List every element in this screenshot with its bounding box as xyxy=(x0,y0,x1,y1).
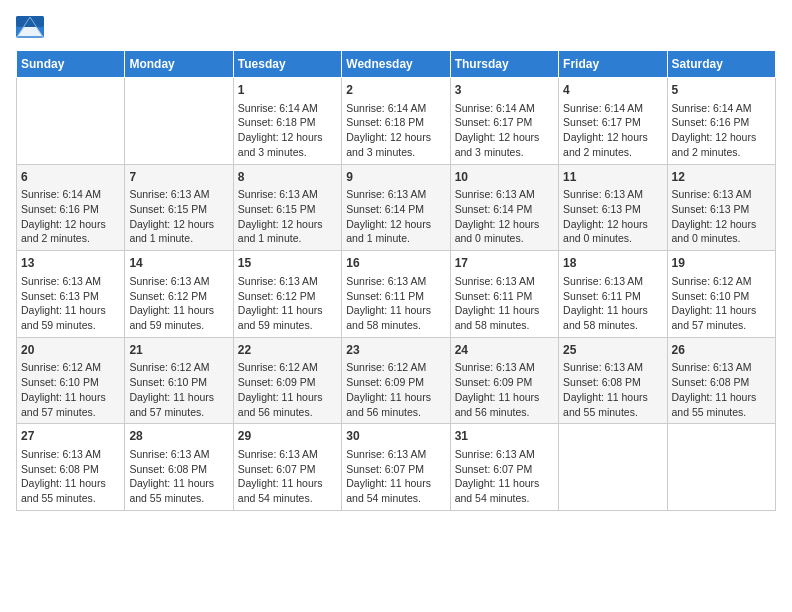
cell-content: Sunrise: 6:13 AM Sunset: 6:08 PM Dayligh… xyxy=(672,360,771,419)
cell-content: Sunrise: 6:13 AM Sunset: 6:15 PM Dayligh… xyxy=(238,187,337,246)
calendar-cell: 11Sunrise: 6:13 AM Sunset: 6:13 PM Dayli… xyxy=(559,164,667,251)
day-number: 2 xyxy=(346,82,445,99)
day-header-sunday: Sunday xyxy=(17,51,125,78)
calendar-cell: 16Sunrise: 6:13 AM Sunset: 6:11 PM Dayli… xyxy=(342,251,450,338)
calendar-cell: 26Sunrise: 6:13 AM Sunset: 6:08 PM Dayli… xyxy=(667,337,775,424)
calendar-cell: 6Sunrise: 6:14 AM Sunset: 6:16 PM Daylig… xyxy=(17,164,125,251)
calendar-cell: 4Sunrise: 6:14 AM Sunset: 6:17 PM Daylig… xyxy=(559,78,667,165)
day-number: 19 xyxy=(672,255,771,272)
day-number: 31 xyxy=(455,428,554,445)
cell-content: Sunrise: 6:12 AM Sunset: 6:09 PM Dayligh… xyxy=(346,360,445,419)
cell-content: Sunrise: 6:13 AM Sunset: 6:08 PM Dayligh… xyxy=(129,447,228,506)
day-header-saturday: Saturday xyxy=(667,51,775,78)
svg-rect-2 xyxy=(16,16,44,27)
calendar-body: 1Sunrise: 6:14 AM Sunset: 6:18 PM Daylig… xyxy=(17,78,776,511)
calendar-header: SundayMondayTuesdayWednesdayThursdayFrid… xyxy=(17,51,776,78)
calendar-cell: 2Sunrise: 6:14 AM Sunset: 6:18 PM Daylig… xyxy=(342,78,450,165)
cell-content: Sunrise: 6:13 AM Sunset: 6:11 PM Dayligh… xyxy=(455,274,554,333)
cell-content: Sunrise: 6:13 AM Sunset: 6:11 PM Dayligh… xyxy=(563,274,662,333)
day-number: 20 xyxy=(21,342,120,359)
cell-content: Sunrise: 6:14 AM Sunset: 6:17 PM Dayligh… xyxy=(563,101,662,160)
cell-content: Sunrise: 6:13 AM Sunset: 6:07 PM Dayligh… xyxy=(238,447,337,506)
calendar-cell: 25Sunrise: 6:13 AM Sunset: 6:08 PM Dayli… xyxy=(559,337,667,424)
calendar-cell: 29Sunrise: 6:13 AM Sunset: 6:07 PM Dayli… xyxy=(233,424,341,511)
cell-content: Sunrise: 6:13 AM Sunset: 6:13 PM Dayligh… xyxy=(21,274,120,333)
calendar-week-3: 13Sunrise: 6:13 AM Sunset: 6:13 PM Dayli… xyxy=(17,251,776,338)
day-header-tuesday: Tuesday xyxy=(233,51,341,78)
calendar-cell: 5Sunrise: 6:14 AM Sunset: 6:16 PM Daylig… xyxy=(667,78,775,165)
calendar-week-2: 6Sunrise: 6:14 AM Sunset: 6:16 PM Daylig… xyxy=(17,164,776,251)
logo-icon xyxy=(16,16,44,38)
day-number: 9 xyxy=(346,169,445,186)
calendar-cell: 8Sunrise: 6:13 AM Sunset: 6:15 PM Daylig… xyxy=(233,164,341,251)
header-row: SundayMondayTuesdayWednesdayThursdayFrid… xyxy=(17,51,776,78)
cell-content: Sunrise: 6:13 AM Sunset: 6:12 PM Dayligh… xyxy=(129,274,228,333)
calendar-cell: 17Sunrise: 6:13 AM Sunset: 6:11 PM Dayli… xyxy=(450,251,558,338)
calendar-cell: 27Sunrise: 6:13 AM Sunset: 6:08 PM Dayli… xyxy=(17,424,125,511)
cell-content: Sunrise: 6:12 AM Sunset: 6:10 PM Dayligh… xyxy=(21,360,120,419)
calendar-week-5: 27Sunrise: 6:13 AM Sunset: 6:08 PM Dayli… xyxy=(17,424,776,511)
day-number: 11 xyxy=(563,169,662,186)
calendar-cell: 30Sunrise: 6:13 AM Sunset: 6:07 PM Dayli… xyxy=(342,424,450,511)
day-number: 27 xyxy=(21,428,120,445)
cell-content: Sunrise: 6:13 AM Sunset: 6:07 PM Dayligh… xyxy=(455,447,554,506)
day-header-thursday: Thursday xyxy=(450,51,558,78)
cell-content: Sunrise: 6:14 AM Sunset: 6:16 PM Dayligh… xyxy=(21,187,120,246)
day-number: 8 xyxy=(238,169,337,186)
page-header xyxy=(16,16,776,38)
calendar-cell: 1Sunrise: 6:14 AM Sunset: 6:18 PM Daylig… xyxy=(233,78,341,165)
day-number: 1 xyxy=(238,82,337,99)
day-number: 5 xyxy=(672,82,771,99)
cell-content: Sunrise: 6:14 AM Sunset: 6:17 PM Dayligh… xyxy=(455,101,554,160)
day-number: 29 xyxy=(238,428,337,445)
day-number: 12 xyxy=(672,169,771,186)
cell-content: Sunrise: 6:14 AM Sunset: 6:18 PM Dayligh… xyxy=(238,101,337,160)
calendar-cell: 9Sunrise: 6:13 AM Sunset: 6:14 PM Daylig… xyxy=(342,164,450,251)
day-number: 30 xyxy=(346,428,445,445)
day-number: 24 xyxy=(455,342,554,359)
day-number: 21 xyxy=(129,342,228,359)
cell-content: Sunrise: 6:13 AM Sunset: 6:07 PM Dayligh… xyxy=(346,447,445,506)
calendar-cell: 3Sunrise: 6:14 AM Sunset: 6:17 PM Daylig… xyxy=(450,78,558,165)
calendar-cell: 13Sunrise: 6:13 AM Sunset: 6:13 PM Dayli… xyxy=(17,251,125,338)
cell-content: Sunrise: 6:13 AM Sunset: 6:15 PM Dayligh… xyxy=(129,187,228,246)
day-number: 10 xyxy=(455,169,554,186)
cell-content: Sunrise: 6:13 AM Sunset: 6:08 PM Dayligh… xyxy=(21,447,120,506)
calendar-week-4: 20Sunrise: 6:12 AM Sunset: 6:10 PM Dayli… xyxy=(17,337,776,424)
day-number: 7 xyxy=(129,169,228,186)
day-header-monday: Monday xyxy=(125,51,233,78)
day-number: 22 xyxy=(238,342,337,359)
day-number: 23 xyxy=(346,342,445,359)
cell-content: Sunrise: 6:13 AM Sunset: 6:12 PM Dayligh… xyxy=(238,274,337,333)
day-header-wednesday: Wednesday xyxy=(342,51,450,78)
cell-content: Sunrise: 6:13 AM Sunset: 6:13 PM Dayligh… xyxy=(563,187,662,246)
calendar-cell: 10Sunrise: 6:13 AM Sunset: 6:14 PM Dayli… xyxy=(450,164,558,251)
cell-content: Sunrise: 6:13 AM Sunset: 6:14 PM Dayligh… xyxy=(346,187,445,246)
calendar-cell: 31Sunrise: 6:13 AM Sunset: 6:07 PM Dayli… xyxy=(450,424,558,511)
calendar-week-1: 1Sunrise: 6:14 AM Sunset: 6:18 PM Daylig… xyxy=(17,78,776,165)
calendar-cell xyxy=(667,424,775,511)
calendar-cell: 15Sunrise: 6:13 AM Sunset: 6:12 PM Dayli… xyxy=(233,251,341,338)
calendar-cell: 20Sunrise: 6:12 AM Sunset: 6:10 PM Dayli… xyxy=(17,337,125,424)
day-number: 18 xyxy=(563,255,662,272)
cell-content: Sunrise: 6:13 AM Sunset: 6:08 PM Dayligh… xyxy=(563,360,662,419)
day-header-friday: Friday xyxy=(559,51,667,78)
day-number: 14 xyxy=(129,255,228,272)
calendar-cell xyxy=(125,78,233,165)
calendar-cell: 21Sunrise: 6:12 AM Sunset: 6:10 PM Dayli… xyxy=(125,337,233,424)
day-number: 16 xyxy=(346,255,445,272)
cell-content: Sunrise: 6:13 AM Sunset: 6:09 PM Dayligh… xyxy=(455,360,554,419)
calendar-cell: 23Sunrise: 6:12 AM Sunset: 6:09 PM Dayli… xyxy=(342,337,450,424)
day-number: 25 xyxy=(563,342,662,359)
day-number: 28 xyxy=(129,428,228,445)
calendar-cell xyxy=(559,424,667,511)
day-number: 3 xyxy=(455,82,554,99)
cell-content: Sunrise: 6:13 AM Sunset: 6:13 PM Dayligh… xyxy=(672,187,771,246)
calendar-cell: 14Sunrise: 6:13 AM Sunset: 6:12 PM Dayli… xyxy=(125,251,233,338)
cell-content: Sunrise: 6:13 AM Sunset: 6:14 PM Dayligh… xyxy=(455,187,554,246)
calendar-cell: 18Sunrise: 6:13 AM Sunset: 6:11 PM Dayli… xyxy=(559,251,667,338)
calendar-cell: 22Sunrise: 6:12 AM Sunset: 6:09 PM Dayli… xyxy=(233,337,341,424)
day-number: 4 xyxy=(563,82,662,99)
cell-content: Sunrise: 6:14 AM Sunset: 6:18 PM Dayligh… xyxy=(346,101,445,160)
cell-content: Sunrise: 6:14 AM Sunset: 6:16 PM Dayligh… xyxy=(672,101,771,160)
